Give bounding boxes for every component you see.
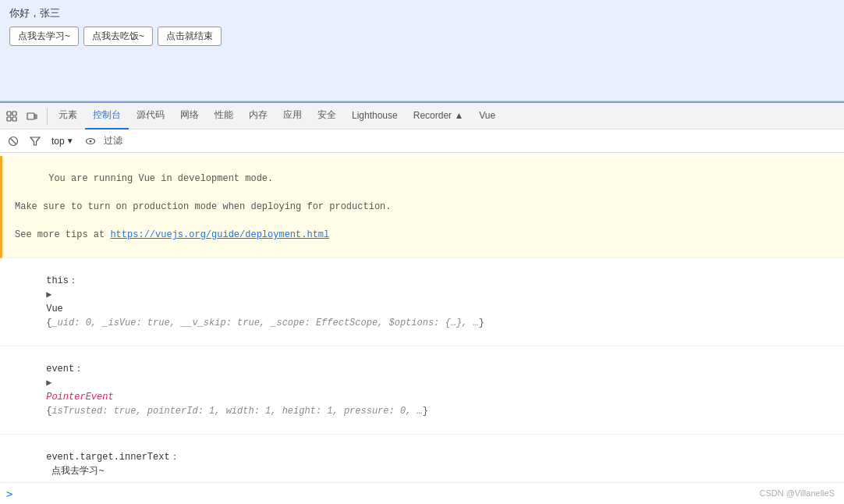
- eye-icon[interactable]: [82, 133, 99, 150]
- context-selector[interactable]: top ▼: [48, 134, 77, 148]
- devtools-tab-bar: 元素 控制台 源代码 网络 性能 内存 应用 安全 Lighthouse Rec…: [0, 103, 844, 130]
- svg-rect-0: [7, 112, 11, 115]
- console-input-area: >: [0, 482, 844, 504]
- tab-security[interactable]: 安全: [310, 103, 344, 130]
- app-buttons: 点我去学习~ 点我去吃饭~ 点击就结束: [9, 27, 835, 46]
- svg-rect-5: [35, 115, 37, 119]
- svg-line-7: [11, 138, 16, 144]
- clear-console-icon[interactable]: [5, 133, 22, 150]
- tab-vue[interactable]: Vue: [471, 103, 503, 130]
- console-line-event: event： ▶ PointerEvent {isTrusted: true, …: [0, 346, 844, 435]
- chevron-down-icon: ▼: [66, 137, 74, 145]
- app-greeting: 你好，张三: [9, 6, 835, 20]
- tab-lighthouse[interactable]: Lighthouse: [344, 103, 406, 130]
- tab-sources[interactable]: 源代码: [129, 103, 172, 130]
- svg-rect-3: [12, 117, 16, 121]
- tab-elements[interactable]: 元素: [51, 103, 85, 130]
- console-output: You are running Vue in development mode.…: [0, 153, 844, 482]
- deployment-link[interactable]: https://vuejs.org/guide/deployment.html: [110, 229, 329, 240]
- svg-rect-2: [12, 112, 16, 115]
- svg-point-10: [89, 140, 91, 142]
- devtools-panel: 元素 控制台 源代码 网络 性能 内存 应用 安全 Lighthouse Rec…: [0, 101, 844, 504]
- console-input[interactable]: [16, 488, 838, 499]
- devtools-icons: [3, 108, 48, 125]
- btn-end[interactable]: 点击就结束: [158, 27, 222, 46]
- expand-event-icon[interactable]: ▶: [46, 378, 51, 389]
- console-line-innertext: event.target.innerText： 点我去学习~: [0, 435, 844, 482]
- console-toolbar: top ▼ 过滤: [0, 130, 844, 153]
- tab-memory[interactable]: 内存: [241, 103, 275, 130]
- btn-eat[interactable]: 点我去吃饭~: [83, 27, 153, 46]
- app-area: 你好，张三 点我去学习~ 点我去吃饭~ 点击就结束: [0, 0, 844, 101]
- btn-study[interactable]: 点我去学习~: [9, 27, 79, 46]
- inspect-icon[interactable]: [3, 108, 20, 125]
- tab-application[interactable]: 应用: [275, 103, 310, 130]
- tab-network[interactable]: 网络: [172, 103, 207, 130]
- tab-recorder[interactable]: Recorder ▲: [406, 103, 472, 130]
- tab-performance[interactable]: 性能: [207, 103, 241, 130]
- console-prompt-icon: >: [6, 488, 12, 500]
- svg-marker-8: [30, 137, 40, 145]
- filter-label: 过滤: [104, 134, 122, 147]
- console-line-this: this： ▶ Vue {_uid: 0, _isVue: true, __v_…: [0, 258, 844, 346]
- context-label: top: [51, 136, 65, 147]
- svg-rect-1: [7, 117, 11, 121]
- filter-icon[interactable]: [27, 133, 44, 150]
- expand-this-icon[interactable]: ▶: [46, 289, 51, 300]
- svg-rect-4: [27, 113, 34, 119]
- device-icon[interactable]: [23, 108, 41, 125]
- filter-input[interactable]: [127, 134, 839, 148]
- console-warning: You are running Vue in development mode.…: [0, 156, 844, 258]
- watermark: CSDN @VillanelleS: [759, 488, 835, 498]
- tab-console[interactable]: 控制台: [85, 103, 129, 130]
